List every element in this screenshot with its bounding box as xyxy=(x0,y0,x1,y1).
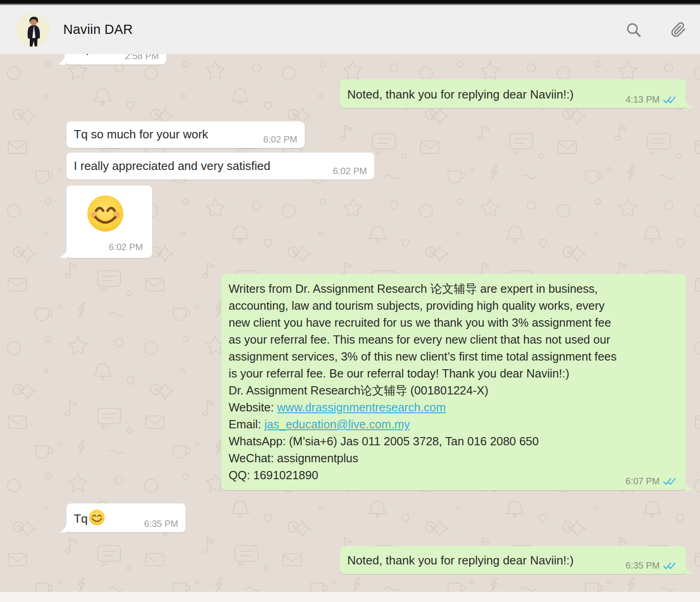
email-line: Email: jas_education@live.com.my xyxy=(229,416,678,433)
system-status-bar xyxy=(0,0,700,4)
compose-bar-sliver xyxy=(0,592,700,602)
bubble-tail xyxy=(685,481,692,490)
message-line: assignment services, 3% of this new clie… xyxy=(229,348,678,365)
message-bubble-incoming[interactable]: I really appreciated and very satisfied … xyxy=(66,153,374,180)
search-icon[interactable] xyxy=(626,22,641,38)
message-time: 4:13 PM xyxy=(626,94,660,105)
smiling-face-emoji xyxy=(86,194,125,233)
message-bubble-incoming[interactable]: Tq 😊 6:35 PM xyxy=(66,503,186,532)
message-time: 6:02 PM xyxy=(109,242,143,252)
wechat-line: WeChat: assignmentplus xyxy=(229,450,678,467)
message-text-fragment: ! xyxy=(86,54,89,58)
email-link[interactable]: jas_education@live.com.my xyxy=(264,418,410,431)
chat-history[interactable]: ! 2:58 PM Noted, thank you for replying … xyxy=(0,54,700,592)
message-bubble-incoming-emoji[interactable]: 😊 6:02 PM xyxy=(66,186,152,258)
message-line: Writers from Dr. Assignment Research 论文辅… xyxy=(229,280,678,297)
message-time: 6:35 PM xyxy=(626,560,660,571)
website-line: Website: www.drassignmentresearch.com xyxy=(229,399,678,416)
contact-name[interactable]: Naviin DAR xyxy=(63,22,626,37)
message-time: 6:02 PM xyxy=(263,134,297,145)
message-line: as your referral fee. This means for eve… xyxy=(229,331,678,348)
bubble-tail xyxy=(60,523,67,532)
attach-paperclip-icon[interactable] xyxy=(671,22,686,38)
website-link[interactable]: www.drassignmentresearch.com xyxy=(277,401,446,414)
avatar-image xyxy=(16,13,50,47)
qq-line: QQ: 1691021890 xyxy=(229,467,678,484)
bubble-tail xyxy=(60,248,67,258)
read-receipt-icon xyxy=(663,477,678,486)
system-status-bar-divider xyxy=(0,4,700,5)
message-text: Tq so much for your work xyxy=(74,126,208,142)
message-bubble-outgoing[interactable]: Noted, thank you for replying dear Navii… xyxy=(340,546,686,574)
message-line: Dr. Assignment Research论文辅导 (001801224-X… xyxy=(229,382,678,399)
message-text: Tq xyxy=(74,509,105,527)
website-label: Website: xyxy=(229,401,277,414)
chat-header: Naviin DAR xyxy=(0,5,700,54)
read-receipt-icon xyxy=(663,95,678,104)
message-time: 6:02 PM xyxy=(333,166,367,176)
bubble-tail xyxy=(685,564,692,574)
contact-avatar[interactable] xyxy=(16,13,50,47)
read-receipt-icon xyxy=(663,561,678,570)
message-text: Noted, thank you for replying dear Navii… xyxy=(347,552,574,569)
message-text: I really appreciated and very satisfied xyxy=(74,158,270,174)
message-line: is your referral fee. Be our referral to… xyxy=(229,365,678,382)
message-line: new client you have recruited for us we … xyxy=(229,314,678,331)
message-text: Noted, thank you for replying dear Navii… xyxy=(347,86,574,103)
message-bubble-outgoing-long[interactable]: Writers from Dr. Assignment Research 论文辅… xyxy=(221,274,686,490)
message-time: 6:07 PM xyxy=(626,476,660,487)
message-bubble-incoming-cutoff[interactable]: ! 2:58 PM xyxy=(65,54,166,65)
bubble-tail xyxy=(685,99,692,108)
message-time: 6:35 PM xyxy=(144,519,178,529)
header-actions xyxy=(626,22,686,38)
email-label: Email: xyxy=(229,418,264,431)
message-bubble-incoming[interactable]: Tq so much for your work 6:02 PM xyxy=(66,121,305,148)
whatsapp-line: WhatsApp: (M’sia+6) Jas 011 2005 3728, T… xyxy=(229,433,678,450)
message-line: accounting, law and tourism subjects, pr… xyxy=(229,297,678,314)
message-time: 2:58 PM xyxy=(125,54,159,61)
smiling-face-emoji xyxy=(88,509,105,526)
message-bubble-outgoing[interactable]: Noted, thank you for replying dear Navii… xyxy=(340,79,686,108)
bubble-tail xyxy=(58,55,66,65)
